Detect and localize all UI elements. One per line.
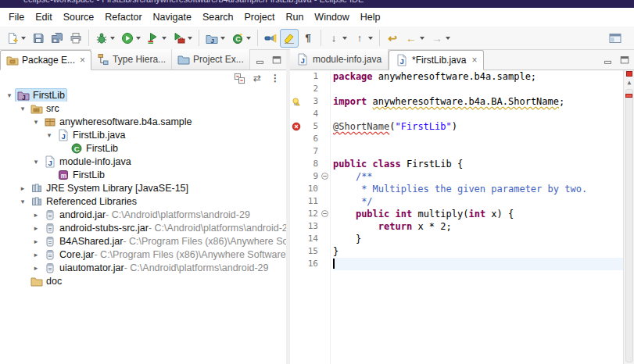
- menu-search[interactable]: Search: [197, 9, 239, 25]
- expander-expanded-icon[interactable]: ▾: [16, 105, 29, 112]
- menu-window[interactable]: Window: [309, 9, 354, 25]
- editor-tab-module-info-java[interactable]: Jmodule-info.java: [290, 49, 389, 70]
- overview-ruler[interactable]: ▲: [623, 70, 634, 364]
- svg-text:C: C: [74, 144, 80, 152]
- line-number: 8: [302, 158, 318, 170]
- debug-button[interactable]: [92, 29, 118, 48]
- overview-error-marker[interactable]: [625, 94, 632, 98]
- new-java-project-button[interactable]: J: [202, 29, 228, 48]
- view-tab-package-explorer[interactable]: Package E...×: [0, 50, 91, 70]
- show-whitespace-button[interactable]: ¶: [299, 29, 317, 48]
- menu-edit[interactable]: Edit: [30, 9, 58, 25]
- expander-collapsed-icon[interactable]: ▸: [30, 211, 42, 219]
- save-button[interactable]: [29, 29, 48, 48]
- open-perspective-button[interactable]: [606, 29, 625, 48]
- editor-maximize-button[interactable]: [618, 54, 631, 66]
- new-wizard-dropdown-arrow[interactable]: [21, 37, 26, 40]
- external-tools-dropdown-arrow[interactable]: [188, 37, 192, 40]
- close-icon[interactable]: ×: [80, 55, 85, 66]
- expander-expanded-icon[interactable]: ▾: [43, 131, 56, 139]
- save-all-button[interactable]: [48, 29, 66, 48]
- tree-item-core-jar[interactable]: ▸Core.jar - C:\Program Files (x86)\Anywh…: [0, 248, 286, 261]
- previous-annotation-dropdown-arrow[interactable]: [368, 37, 373, 40]
- expander-expanded-icon[interactable]: ▾: [16, 198, 29, 205]
- menu-file[interactable]: File: [3, 9, 30, 25]
- tree-item-firstlib[interactable]: mFirstLib: [0, 168, 286, 181]
- code-token: }: [333, 234, 361, 244]
- code-token: FirstLib {: [401, 159, 463, 170]
- coverage-dropdown-arrow[interactable]: [162, 37, 167, 40]
- coverage-button[interactable]: [144, 29, 170, 48]
- left-minimize-button[interactable]: [254, 54, 267, 66]
- scrollbar-thumb[interactable]: [625, 89, 633, 362]
- next-annotation-button[interactable]: ↓: [324, 29, 350, 48]
- editor-minimize-button[interactable]: [602, 54, 614, 66]
- expander-collapsed-icon[interactable]: ▸: [16, 184, 29, 192]
- toggle-mark-occurrences-button[interactable]: [280, 29, 299, 48]
- menu-help[interactable]: Help: [355, 9, 386, 25]
- expander-collapsed-icon[interactable]: ▸: [30, 251, 42, 259]
- run-button[interactable]: [118, 29, 144, 48]
- tree-item-content: B4AShared.jar - C:\Program Files (x86)\A…: [42, 235, 286, 248]
- expander-collapsed-icon[interactable]: ▸: [30, 237, 42, 245]
- tree-item-jre-system-library-javase-15[interactable]: ▸JRE System Library [JavaSE-15]: [0, 181, 286, 194]
- forward-dropdown-arrow[interactable]: [446, 37, 450, 40]
- forward-button[interactable]: →: [428, 29, 453, 48]
- back-button[interactable]: ←: [402, 29, 428, 48]
- run-dropdown-arrow[interactable]: [136, 37, 141, 40]
- previous-annotation-button[interactable]: ↑: [350, 29, 376, 48]
- tree-item-doc[interactable]: doc: [0, 274, 286, 287]
- folding-ruler[interactable]: −−: [321, 70, 331, 364]
- fold-collapse-icon[interactable]: −: [321, 210, 328, 217]
- tree-item-uiautomator-jar[interactable]: ▸uiautomator.jar - C:\Android\platforms\…: [0, 261, 286, 274]
- external-tools-button[interactable]: [170, 29, 195, 48]
- tree-item-firstlib[interactable]: ▾JFirstLib: [0, 88, 286, 102]
- new-java-project-dropdown-arrow[interactable]: [220, 37, 225, 40]
- menu-source[interactable]: Source: [58, 9, 100, 25]
- expander-collapsed-icon[interactable]: ▸: [30, 264, 42, 272]
- expander-expanded-icon[interactable]: ▾: [30, 158, 42, 166]
- expander-expanded-icon[interactable]: ▾: [3, 91, 16, 99]
- expander-expanded-icon[interactable]: ▾: [30, 118, 42, 126]
- menu-refactor[interactable]: Refactor: [99, 9, 147, 25]
- back-dropdown-arrow[interactable]: [420, 37, 424, 40]
- left-maximize-button[interactable]: [270, 54, 283, 66]
- new-java-class-button[interactable]: C: [228, 29, 254, 48]
- last-edit-location-button[interactable]: ↩: [383, 29, 402, 48]
- tree-item-module-info-java[interactable]: ▾Jmodule-info.java: [0, 155, 286, 168]
- search-button[interactable]: [261, 29, 280, 48]
- menu-run[interactable]: Run: [280, 9, 309, 25]
- debug-dropdown-arrow[interactable]: [110, 37, 115, 40]
- view-menu-button[interactable]: ⋮: [269, 72, 281, 84]
- run-icon: [121, 32, 134, 45]
- tree-item-android-stubs-src-jar[interactable]: ▸android-stubs-src.jar - C:\Android\plat…: [0, 221, 286, 234]
- tree-item-src[interactable]: ▾src: [0, 102, 286, 115]
- view-tab-project-explorer[interactable]: Project Ex...: [172, 49, 250, 70]
- tree-item-anywheresoftware-b4a-sample[interactable]: ▾anywheresoftware.b4a.sample: [0, 115, 286, 128]
- menu-navigate[interactable]: Navigate: [148, 9, 197, 25]
- menu-project[interactable]: Project: [239, 9, 281, 25]
- annotation-ruler[interactable]: [290, 70, 302, 364]
- print-button[interactable]: [66, 29, 85, 48]
- tree-item-referenced-libraries[interactable]: ▾Referenced Libraries: [0, 194, 286, 208]
- link-editor-button[interactable]: ⇄: [251, 72, 263, 84]
- expander-collapsed-icon[interactable]: ▸: [30, 224, 42, 232]
- line-number-ruler[interactable]: 12345678910111213141516: [302, 70, 321, 364]
- code-line: * Multiplies the given parameter by two.: [333, 183, 623, 195]
- view-tab-type-hierarchy[interactable]: Type Hiera...: [91, 49, 172, 70]
- new-wizard-button[interactable]: [3, 29, 29, 48]
- collapse-all-button[interactable]: [233, 72, 245, 84]
- tree-item-b4ashared-jar[interactable]: ▸B4AShared.jar - C:\Program Files (x86)\…: [0, 234, 286, 248]
- tree-item-android-jar[interactable]: ▸android.jar - C:\Android\platforms\andr…: [0, 208, 286, 221]
- tree-item-firstlib-java[interactable]: ▾JFirstLib.java: [0, 128, 286, 141]
- scroll-up-arrow[interactable]: ▲: [624, 78, 634, 87]
- next-annotation-dropdown-arrow[interactable]: [342, 37, 347, 40]
- tree-item-firstlib[interactable]: CFirstLib: [0, 141, 286, 155]
- package-explorer-tree[interactable]: ▾JFirstLib▾src▾anywheresoftware.b4a.samp…: [0, 86, 286, 364]
- fold-collapse-icon[interactable]: −: [321, 173, 328, 180]
- new-java-class-dropdown-arrow[interactable]: [246, 37, 251, 40]
- close-icon[interactable]: ×: [471, 55, 477, 66]
- code-editor[interactable]: package anywheresoftware.b4a.sample;impo…: [331, 70, 623, 364]
- annotation-cell: [290, 158, 302, 170]
- editor-tab-firstlib-java[interactable]: J*FirstLib.java×: [389, 50, 484, 70]
